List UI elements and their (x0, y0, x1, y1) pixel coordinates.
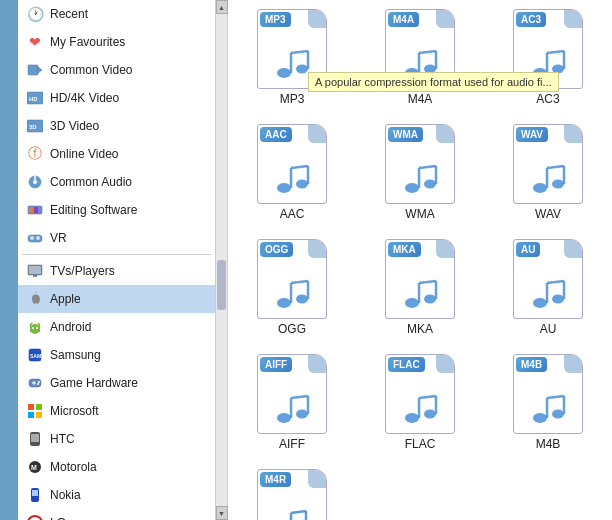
svg-point-78 (277, 298, 291, 308)
device-label[interactable] (0, 180, 18, 520)
format-name-ac3: AC3 (536, 92, 559, 106)
sidebar: 🕐Recent❤My FavouritesCommon VideoHDHD/4K… (0, 0, 228, 520)
sidebar-item-label-my-favourites: My Favourites (50, 35, 125, 49)
sidebar-item-htc[interactable]: HTC (18, 425, 215, 453)
format-badge-aac: AAC (260, 127, 292, 142)
format-item-m4r[interactable]: M4R RINGM4R (233, 465, 351, 520)
format-name-mka: MKA (407, 322, 433, 336)
scroll-up-button[interactable]: ▲ (216, 0, 228, 14)
format-item-mp3[interactable]: MP3 MP3 (233, 5, 351, 110)
format-icon-mp3: MP3 (252, 9, 332, 89)
format-name-aiff: AIFF (279, 437, 305, 451)
format-badge-mka: MKA (388, 242, 421, 257)
svg-text:HD: HD (29, 96, 38, 102)
svg-point-21 (36, 327, 38, 329)
svg-rect-40 (32, 490, 38, 496)
svg-line-62 (547, 51, 564, 53)
htc-icon (26, 430, 44, 448)
svg-text:3D: 3D (29, 124, 37, 130)
svg-point-99 (424, 410, 436, 419)
svg-point-74 (552, 180, 564, 189)
svg-point-58 (533, 68, 547, 78)
sidebar-item-microsoft[interactable]: Microsoft (18, 397, 215, 425)
apple-icon (26, 290, 44, 308)
sidebar-item-tvs-players[interactable]: TVs/Players (18, 257, 215, 285)
format-item-aiff[interactable]: AIFF AIFF (233, 350, 351, 455)
sidebar-item-label-htc: HTC (50, 432, 75, 446)
format-icon-ac3: AC3 (508, 9, 588, 89)
svg-point-14 (36, 236, 40, 240)
format-item-au[interactable]: AU AU (489, 235, 607, 340)
sidebar-item-common-video[interactable]: Common Video (18, 56, 215, 84)
format-name-ogg: OGG (278, 322, 306, 336)
sidebar-item-label-samsung: Samsung (50, 348, 101, 362)
format-icon-wav: WAV (508, 124, 588, 204)
music-note-wav (530, 160, 566, 199)
sidebar-item-label-common-audio: Common Audio (50, 175, 132, 189)
svg-point-48 (277, 68, 291, 78)
sidebar-item-vr[interactable]: VR (18, 224, 215, 252)
sidebar-item-game-hardware[interactable]: Game Hardware (18, 369, 215, 397)
svg-point-69 (424, 180, 436, 189)
android-icon (26, 318, 44, 336)
format-item-flac[interactable]: FLAC FLAC (361, 350, 479, 455)
svg-line-92 (547, 281, 564, 283)
svg-rect-36 (31, 434, 39, 442)
svg-rect-33 (28, 412, 34, 418)
main-content[interactable]: MP3 MP3M4A M4AAC3 AC3AAC AACWMA WMAWAV (228, 0, 612, 520)
format-badge-wma: WMA (388, 127, 423, 142)
format-item-mka[interactable]: MKA MKA (361, 235, 479, 340)
format-icon-wma: WMA (380, 124, 460, 204)
format-icon-ogg: OGG (252, 239, 332, 319)
sidebar-item-common-audio[interactable]: Common Audio (18, 168, 215, 196)
sidebar-item-my-favourites[interactable]: ❤My Favourites (18, 28, 215, 56)
svg-text:SAM: SAM (30, 353, 41, 359)
sidebar-item-android[interactable]: Android (18, 313, 215, 341)
sidebar-item-3d-video[interactable]: 3D3D Video (18, 112, 215, 140)
file-icon-mp3: MP3 (257, 9, 327, 89)
music-note-m4a (402, 45, 438, 84)
sidebar-item-hd-video[interactable]: HDHD/4K Video (18, 84, 215, 112)
sidebar-item-label-game-hardware: Game Hardware (50, 376, 138, 390)
format-item-ac3[interactable]: AC3 AC3 (489, 5, 607, 110)
format-badge-wav: WAV (516, 127, 548, 142)
format-badge-ac3: AC3 (516, 12, 546, 27)
sidebar-item-online-video[interactable]: ⓕOnline Video (18, 140, 215, 168)
format-name-mp3: MP3 (280, 92, 305, 106)
svg-point-103 (533, 413, 547, 423)
format-label[interactable] (0, 0, 18, 180)
format-item-ogg[interactable]: OGG OGG (233, 235, 351, 340)
format-badge-m4a: M4A (388, 12, 419, 27)
sidebar-item-lg[interactable]: LGLG (18, 509, 215, 520)
sidebar-divider (22, 254, 211, 255)
sidebar-item-samsung[interactable]: SAMSamsung (18, 341, 215, 369)
sidebar-item-nokia[interactable]: Nokia (18, 481, 215, 509)
format-name-m4b: M4B (536, 437, 561, 451)
sidebar-item-apple[interactable]: Apple (18, 285, 215, 313)
svg-line-52 (291, 51, 308, 53)
format-badge-ogg: OGG (260, 242, 293, 257)
sidebar-item-motorola[interactable]: MMotorola (18, 453, 215, 481)
music-note-flac (402, 390, 438, 429)
sidebar-item-recent[interactable]: 🕐Recent (18, 0, 215, 28)
format-item-m4b[interactable]: M4B M4B (489, 350, 607, 455)
tvs-players-icon (26, 262, 44, 280)
svg-point-68 (405, 183, 419, 193)
scroll-thumb[interactable] (217, 260, 226, 310)
format-icon-aac: AAC (252, 124, 332, 204)
format-item-wma[interactable]: WMA WMA (361, 120, 479, 225)
sidebar-item-editing-software[interactable]: Editing Software (18, 196, 215, 224)
svg-point-64 (296, 180, 308, 189)
svg-rect-16 (29, 266, 41, 274)
scroll-down-button[interactable]: ▼ (216, 506, 228, 520)
format-item-m4a[interactable]: M4A M4A (361, 5, 479, 110)
svg-line-82 (291, 281, 308, 283)
sidebar-scroll-area[interactable]: 🕐Recent❤My FavouritesCommon VideoHDHD/4K… (18, 0, 215, 520)
music-note-m4r (274, 505, 310, 520)
format-item-aac[interactable]: AAC AAC (233, 120, 351, 225)
format-icon-m4r: M4R RING (252, 469, 332, 520)
format-item-wav[interactable]: WAV WAV (489, 120, 607, 225)
format-badge-au: AU (516, 242, 540, 257)
format-name-wma: WMA (405, 207, 434, 221)
svg-rect-34 (36, 412, 42, 418)
